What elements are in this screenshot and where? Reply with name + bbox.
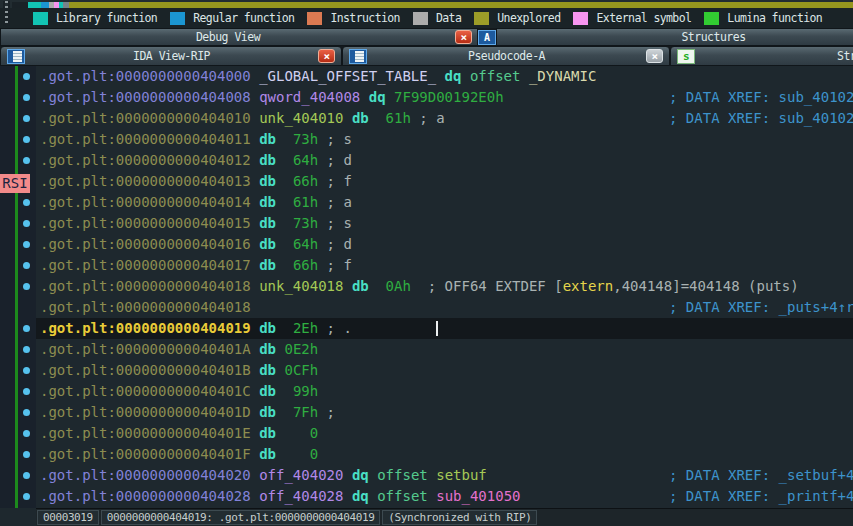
nav-segment[interactable] (69, 2, 853, 8)
code-line[interactable]: .got.plt:0000000000404013 db 66h ; f (36, 171, 853, 192)
register-label-rsi: RSI (0, 174, 30, 193)
code-line[interactable]: .got.plt:0000000000404020 off_404020 dq … (36, 465, 853, 486)
code-segment-k: db (259, 341, 276, 357)
code-segment-c: ; OFF64 EXTDEF [ (411, 278, 563, 294)
code-segment-c: ; a (411, 110, 445, 126)
code-line[interactable]: .got.plt:0000000000404028 off_404028 dq … (36, 486, 853, 507)
close-icon[interactable]: × (318, 49, 335, 63)
code-segment-p (251, 404, 259, 420)
code-segment-p (276, 257, 293, 273)
code-line[interactable]: .got.plt:0000000000404014 db 61h ; a (36, 192, 853, 213)
close-icon[interactable]: × (646, 49, 663, 63)
code-segment-p (251, 425, 259, 441)
navigator-band-segments[interactable] (12, 2, 853, 8)
code-line[interactable]: .got.plt:000000000040401A db 0E2h (36, 339, 853, 360)
code-segment-p (251, 215, 259, 231)
structures-icon: A (478, 30, 496, 45)
tab-strings[interactable]: s Strings (670, 46, 853, 66)
code-line[interactable]: .got.plt:0000000000404018 unk_404018 db … (36, 276, 853, 297)
line-marker-dot (23, 388, 30, 395)
line-marker-dot (23, 472, 30, 479)
code-line[interactable]: .got.plt:000000000040401D db 7Fh ; (36, 402, 853, 423)
code-segment-ao: .got.plt:0000000000404017 (40, 257, 251, 273)
code-line[interactable]: .got.plt:0000000000404019 db 2Eh ; . (36, 318, 853, 339)
code-segment-p (276, 194, 293, 210)
code-line[interactable]: .got.plt:0000000000404018; DATA XREF: _p… (36, 297, 853, 318)
toolbar-drag-handle[interactable] (3, 1, 10, 26)
code-line[interactable]: .got.plt:0000000000404010 unk_404010 db … (36, 108, 853, 129)
xref-comment: ; DATA XREF: _printf+4↑r (669, 486, 853, 507)
code-line[interactable]: .got.plt:0000000000404015 db 73h ; s (36, 213, 853, 234)
code-line[interactable]: .got.plt:000000000040401F db 0 (36, 444, 853, 465)
code-segment-n: 73h (293, 131, 318, 147)
legend-label: Instruction (330, 11, 400, 25)
tab-ida-view-rip[interactable]: IDA View-RIP × (0, 46, 342, 66)
line-marker-dot (23, 451, 30, 458)
code-segment-p (276, 152, 293, 168)
ida-window: Library functionRegular functionInstruct… (0, 0, 853, 526)
code-segment-p (251, 131, 259, 147)
legend-swatch (413, 12, 428, 25)
code-line[interactable]: .got.plt:0000000000404008 qword_404008 d… (36, 87, 853, 108)
code-segment-k: dq (369, 89, 386, 105)
line-marker-dot (23, 346, 30, 353)
code-segment-k: db (259, 404, 276, 420)
code-segment-k: db (259, 362, 276, 378)
code-segment-nl: _GLOBAL_OFFSET_TABLE_ (259, 68, 436, 84)
code-segment-n: 61h (293, 194, 318, 210)
pseudocode-title: Pseudocode-A (367, 49, 646, 63)
close-icon[interactable]: × (455, 30, 472, 44)
code-segment-ao: .got.plt:0000000000404018 (40, 299, 251, 315)
code-segment-ao: .got.plt:000000000040401B (40, 362, 251, 378)
nav-segment[interactable] (41, 2, 49, 8)
strings-view-icon: s (677, 49, 695, 64)
line-marker-dot (23, 262, 30, 269)
xref-comment: ; DATA XREF: sub_401020↑r (669, 87, 853, 108)
code-segment-p (276, 236, 293, 252)
code-line[interactable]: .got.plt:000000000040401B db 0CFh (36, 360, 853, 381)
code-segment-k: db (259, 152, 276, 168)
code-segment-p (436, 68, 444, 84)
panel-caption-structures[interactable]: Structures (496, 28, 853, 46)
tab-bar: IDA View-RIP × Pseudocode-A × s Strings (0, 46, 853, 66)
code-segment-ng: unk_404010 (259, 110, 343, 126)
code-segment-n: 0 (310, 446, 318, 462)
tab-pseudocode-a[interactable]: Pseudocode-A × (342, 46, 670, 66)
code-line[interactable]: .got.plt:0000000000404016 db 64h ; d (36, 234, 853, 255)
code-line[interactable]: .got.plt:0000000000404000 _GLOBAL_OFFSET… (36, 66, 853, 87)
legend-swatch (307, 12, 322, 25)
code-segment-n: 64h (293, 236, 318, 252)
code-segment-k: dq (445, 68, 462, 84)
legend-item: Library function (33, 11, 157, 25)
code-segment-p (276, 404, 293, 420)
code-segment-p (251, 194, 259, 210)
panel-caption-debug-view[interactable]: Debug View × (0, 28, 478, 46)
code-segment-p (251, 488, 259, 504)
nav-segment[interactable] (28, 2, 41, 8)
code-segment-c: ; (318, 404, 343, 420)
code-segment-ao: .got.plt:0000000000404016 (40, 236, 251, 252)
legend-swatch (573, 12, 588, 25)
code-segment-c: ; . (318, 320, 352, 336)
code-segment-n: 0 (310, 425, 318, 441)
code-segment-p (360, 89, 368, 105)
code-line[interactable]: .got.plt:000000000040401E db 0 (36, 423, 853, 444)
code-line[interactable]: .got.plt:0000000000404011 db 73h ; s (36, 129, 853, 150)
code-segment-ao: .got.plt:0000000000404012 (40, 152, 251, 168)
code-segment-ao: .got.plt:0000000000404010 (40, 110, 251, 126)
code-line[interactable]: .got.plt:0000000000404017 db 66h ; f (36, 255, 853, 276)
code-segment-p (251, 152, 259, 168)
disassembly-listing: .got.plt:0000000000404000 _GLOBAL_OFFSET… (0, 66, 853, 508)
code-line[interactable]: .got.plt:0000000000404012 db 64h ; d (36, 150, 853, 171)
code-segment-nv: qword_404008 (259, 89, 360, 105)
code-segment-p (276, 446, 310, 462)
code-segment-p (369, 488, 377, 504)
legend-swatch (474, 12, 489, 25)
execution-flow-line (15, 66, 18, 508)
legend-bar: Library functionRegular functionInstruct… (0, 8, 853, 28)
legend-label: Unexplored (497, 11, 560, 25)
code-segment-ao: .got.plt:0000000000404013 (40, 173, 251, 189)
code-line[interactable]: .got.plt:000000000040401C db 99h (36, 381, 853, 402)
line-marker-dot (23, 325, 30, 332)
legend-label: Library function (56, 11, 157, 25)
